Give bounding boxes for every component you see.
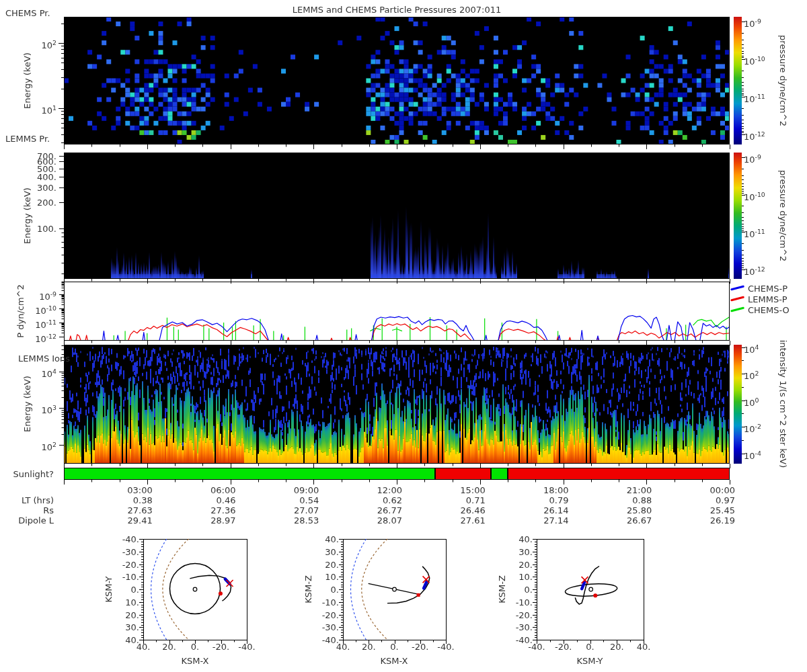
plots-canvas [0,0,807,672]
